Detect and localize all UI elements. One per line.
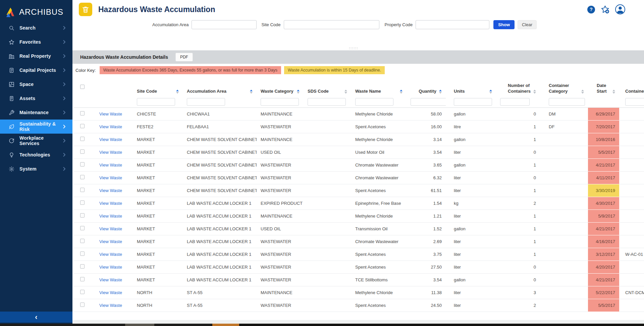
filter-input-quantity[interactable] [411, 98, 446, 106]
row-checkbox[interactable] [80, 188, 85, 192]
property-code-input[interactable] [416, 20, 489, 29]
cell-quantity: 3.65 [407, 158, 446, 171]
filter-input-container_category[interactable] [549, 98, 585, 106]
view-waste-link[interactable]: View Waste [99, 252, 122, 257]
sidebar-collapse-button[interactable]: ‹ [0, 312, 72, 323]
view-waste-link[interactable]: View Waste [99, 290, 122, 295]
cell-quantity: 3.54 [407, 273, 446, 286]
column-header-units[interactable]: Units [446, 77, 496, 97]
sidebar-item-label: Capital Projects [19, 67, 56, 73]
horizontal-scrollbar[interactable] [72, 320, 644, 324]
view-waste-link[interactable]: View Waste [99, 303, 122, 308]
filter-input-site_code[interactable] [137, 98, 175, 106]
row-checkbox[interactable] [80, 175, 85, 179]
cell-quantity: 2.69 [407, 235, 446, 248]
view-waste-link[interactable]: View Waste [99, 265, 122, 270]
filter-input-sds_code[interactable] [308, 98, 346, 106]
row-checkbox[interactable] [80, 226, 85, 230]
row-checkbox[interactable] [80, 290, 85, 294]
cell-waste_category: WASTEWATER [257, 158, 304, 171]
chevron-right-icon [63, 125, 66, 129]
sidebar-item-capital-projects[interactable]: Capital Projects [0, 63, 72, 77]
date-start-flag: 4/20/2017 [588, 261, 619, 273]
filter-input-units[interactable] [454, 98, 492, 106]
cell-accum_area: LAB WASTE ACCUM LOCKER 1 [183, 235, 257, 248]
column-header-date_start[interactable]: DateStart [588, 77, 619, 97]
filter-cell-waste_category [257, 97, 304, 107]
sidebar-item-system[interactable]: System [0, 162, 72, 176]
column-header-quantity[interactable]: Quantity [407, 77, 446, 97]
row-checkbox[interactable] [80, 277, 85, 281]
user-avatar[interactable] [615, 4, 625, 14]
view-waste-link[interactable]: View Waste [99, 124, 122, 129]
column-header-num_containers[interactable]: Number ofContainers [496, 77, 540, 97]
cell-waste_name: Methylene Chloride [351, 209, 407, 222]
sidebar-item-search[interactable]: Search [0, 21, 72, 35]
cell-date_start: 5/5/2017 [588, 146, 619, 158]
column-label: Accumulation Area [187, 89, 226, 94]
view-waste-link[interactable]: View Waste [99, 162, 122, 168]
view-waste-link[interactable]: View Waste [99, 175, 122, 180]
show-button[interactable]: Show [493, 20, 515, 29]
view-waste-link[interactable]: View Waste [99, 226, 122, 231]
row-checkbox[interactable] [80, 302, 85, 307]
column-header-waste_category[interactable]: Waste Category [257, 77, 304, 97]
row-checkbox[interactable] [80, 111, 85, 115]
select-all-checkbox[interactable] [80, 85, 85, 89]
column-header-waste_name[interactable]: Waste Name [351, 77, 407, 97]
cell-units: gallon [446, 107, 496, 120]
sidebar-item-maintenance[interactable]: Maintenance [0, 105, 72, 120]
row-checkbox[interactable] [80, 239, 85, 243]
row-action-cell: View Waste [87, 273, 125, 286]
site-code-input[interactable] [284, 20, 379, 29]
row-checkbox[interactable] [80, 264, 85, 269]
collapse-chevron-icon: ‹ [35, 314, 37, 321]
panel-resize-handle[interactable]: ············ [349, 47, 358, 49]
cell-container_category [540, 209, 588, 222]
filter-input-num_containers[interactable] [500, 98, 530, 106]
row-checkbox[interactable] [80, 124, 85, 128]
sidebar-item-assets[interactable]: Assets [0, 91, 72, 105]
cell-sds_code [304, 120, 351, 133]
filter-input-accum_area[interactable] [187, 98, 225, 106]
sidebar-item-sustainability-risk[interactable]: Sustainability & Risk [0, 120, 72, 134]
clear-button[interactable]: Clear [518, 20, 537, 29]
cell-num_containers: 1 [496, 222, 540, 235]
column-header-accum_area[interactable]: Accumulation Area [183, 77, 257, 97]
view-waste-link[interactable]: View Waste [99, 137, 122, 142]
view-waste-link[interactable]: View Waste [99, 277, 122, 282]
row-checkbox[interactable] [80, 200, 85, 205]
view-waste-link[interactable]: View Waste [99, 239, 122, 244]
row-checkbox[interactable] [80, 251, 85, 256]
accumulation-area-input[interactable] [192, 20, 257, 29]
view-waste-link[interactable]: View Waste [99, 150, 122, 155]
column-header-sds_code[interactable]: SDS Code [304, 77, 351, 97]
cell-units: liter [446, 184, 496, 197]
add-favorite-icon[interactable] [601, 5, 609, 14]
sidebar-item-workplace-services[interactable]: Workplace Services [0, 134, 72, 148]
view-waste-link[interactable]: View Waste [99, 188, 122, 193]
pdf-button[interactable]: PDF [175, 53, 193, 61]
row-checkbox[interactable] [80, 137, 85, 141]
row-action-cell: View Waste [87, 286, 125, 299]
help-icon[interactable]: ? [587, 6, 595, 13]
row-checkbox[interactable] [80, 162, 85, 167]
column-header-site_code[interactable]: Site Code [125, 77, 183, 97]
sidebar-item-favorites[interactable]: Favorites [0, 35, 72, 49]
cell-num_containers: 0 [496, 107, 540, 120]
sort-icon [297, 90, 300, 94]
view-waste-link[interactable]: View Waste [99, 111, 122, 117]
sidebar-item-technologies[interactable]: Technologies [0, 148, 72, 162]
filter-input-waste_category[interactable] [261, 98, 299, 106]
sidebar-item-space[interactable]: Space [0, 77, 72, 91]
filter-input-waste_name[interactable] [355, 98, 393, 106]
archibus-logo-text: ARCHIBUS [19, 7, 63, 17]
view-waste-link[interactable]: View Waste [99, 201, 122, 206]
filter-input-container[interactable] [625, 98, 644, 106]
view-waste-link[interactable]: View Waste [99, 214, 122, 219]
row-checkbox[interactable] [80, 149, 85, 154]
column-header-container_category[interactable]: ContainerCategory [540, 77, 588, 97]
cell-num_containers: 1 [496, 248, 540, 261]
row-checkbox[interactable] [80, 213, 85, 218]
sidebar-item-real-property[interactable]: Real Property [0, 49, 72, 63]
